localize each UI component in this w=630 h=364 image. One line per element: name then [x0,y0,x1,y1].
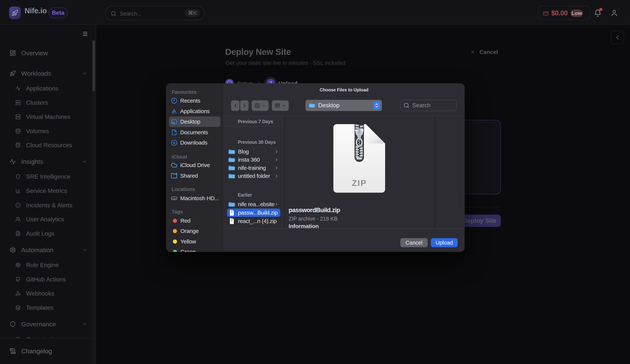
svg-text:ZIP: ZIP [352,178,366,188]
